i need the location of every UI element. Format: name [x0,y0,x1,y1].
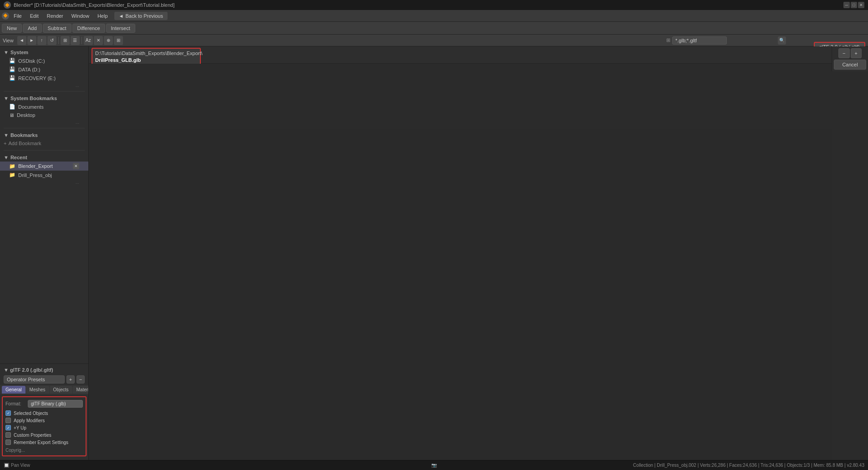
gltf-section: ▼ glTF 2.0 (.glb/.gltf) Operator Presets… [0,364,88,460]
sidebar-item-documents[interactable]: 📄 Documents [0,102,88,111]
system-section-label: System [10,50,28,55]
recent-item-blender-export[interactable]: 📁 Blender_Export ✕ [0,162,88,171]
sidebar: ▼ System 💾 OSDisk (C:) 💾 DATA (D:) 💾 REC… [0,46,89,460]
forward-dir-icon[interactable]: ► [27,36,36,45]
status-bar: 🔲 Pan View 📷 Collection | Drill_Press_ob… [0,460,868,470]
apply-modifiers-checkbox[interactable] [5,418,11,423]
status-right: Collection | Drill_Press_obj.002 | Verts… [633,463,864,468]
file-browser-grid [89,64,832,460]
path-filename: DrillPress_GLB.glb [95,57,197,64]
filter-search-icon: ⊞ [666,37,670,43]
bookmarks-section-header[interactable]: ▼ Bookmarks [0,131,88,139]
y-up-checkbox[interactable] [5,425,11,430]
viewport-icon: 📷 [431,463,437,468]
selected-objects-checkbox[interactable] [5,410,11,416]
tab-general[interactable]: General [2,386,26,394]
sort-alpha-icon[interactable]: Az [84,36,93,45]
menu-file[interactable]: File [10,12,26,20]
folder-icon: 📁 [9,163,15,169]
gltf-section-title: ▼ glTF 2.0 (.glb/.gltf) [0,366,88,374]
difference-button[interactable]: Difference [72,24,105,33]
menu-window[interactable]: Window [68,12,93,20]
back-to-previous-button[interactable]: ◄ Back to Previous [114,12,168,20]
cancel-button[interactable]: Cancel [834,60,866,70]
tab-objects[interactable]: Objects [50,386,72,394]
toolbar2-separator [58,37,59,44]
apply-modifiers-label: Apply Modifiers [14,418,45,423]
add-bookmark-label: Add Bookmark [8,141,41,146]
remember-export-checkbox[interactable] [5,440,11,445]
recent-section: ▼ Recent 📁 Blender_Export ✕ 📁 Drill_Pres… [0,152,88,187]
drive-icon: 💾 [9,66,15,72]
filter-icon[interactable]: ⊕ [104,36,113,45]
window-title: Blender* [D:\Tutorials\DataSmith_Exports… [14,2,174,8]
tab-materials[interactable]: Materi... [73,386,89,394]
desktop-label: Desktop [17,112,35,118]
system-section: ▼ System 💾 OSDisk (C:) 💾 DATA (D:) 💾 REC… [0,46,88,90]
recent-item-drillpress[interactable]: 📁 Drill_Press_obj [0,171,88,179]
refresh-icon[interactable]: ↺ [47,36,56,45]
extra-options-icon[interactable]: ⊞ [114,36,123,45]
preset-remove-button[interactable]: − [77,375,85,384]
new-button[interactable]: New [2,24,22,33]
plus-icon: + [4,141,6,146]
sidebar-item-recovery[interactable]: 💾 RECOVERY (E:) [0,74,88,82]
system-section-header[interactable]: ▼ System [0,48,88,56]
title-bar-controls: ─ □ ✕ [843,2,864,8]
bookmarks-section: ▼ Bookmarks + Add Bookmark [0,129,88,149]
view-label: View [3,38,14,43]
y-up-label: +Y Up [14,425,26,430]
search-icon[interactable]: 🔍 [778,36,786,45]
recent-blender-export-label: Blender_Export [18,163,70,169]
data-label: DATA (D:) [18,67,40,72]
recent-section-header[interactable]: ▼ Recent [0,153,88,162]
menu-edit[interactable]: Edit [26,12,42,20]
bookmarks-collapse-icon: ▼ [4,96,9,101]
tab-meshes[interactable]: Meshes [26,386,49,394]
custom-properties-checkbox[interactable] [5,432,11,438]
documents-label: Documents [18,104,44,110]
back-dir-icon[interactable]: ◄ [17,36,26,45]
preset-add-button[interactable]: + [66,375,75,384]
system-bookmarks-section: ▼ System Bookmarks 📄 Documents 🖥 Desktop… [0,92,88,127]
plus-button[interactable]: + [851,48,862,58]
maximize-button[interactable]: □ [851,2,857,8]
blender-logo-menu[interactable]: 🔶 [2,12,9,20]
custom-properties-row: Custom Properties [5,431,83,439]
list-view-icon[interactable]: ☰ [71,36,80,45]
back-arrow-icon: ◄ [119,13,124,19]
recovery-label: RECOVERY (E:) [18,76,56,81]
copyright-label: Copyrig... [5,448,25,453]
minimize-button[interactable]: ─ [843,2,850,8]
filter-input[interactable] [672,36,727,45]
subtract-button[interactable]: Subtract [43,24,71,33]
intersect-button[interactable]: Intersect [106,24,135,33]
show-hidden-icon[interactable]: ✕ [94,36,103,45]
operator-presets-dropdown[interactable]: Operator Presets [4,375,65,384]
osdisk-label: OSDisk (C:) [18,58,45,64]
parent-dir-icon[interactable]: ↑ [37,36,46,45]
toolbar2-separator2 [82,37,82,44]
remove-recent-icon[interactable]: ✕ [73,163,79,169]
recent-collapse-icon: ▼ [4,155,9,160]
add-button[interactable]: Add [23,24,42,33]
sidebar-item-desktop[interactable]: 🖥 Desktop [0,111,88,119]
system-bookmarks-header[interactable]: ▼ System Bookmarks [0,94,88,102]
title-bar: 🔶 Blender* [D:\Tutorials\DataSmith_Expor… [0,0,868,10]
menu-help[interactable]: Help [94,12,112,20]
status-left: 🔲 Pan View [4,463,30,468]
divider3 [4,150,85,151]
status-info: Collection | Drill_Press_obj.002 | Verts… [633,463,864,468]
format-dropdown[interactable]: glTF Binary (.glb) [28,400,83,408]
menu-render[interactable]: Render [43,12,67,20]
sidebar-item-data[interactable]: 💾 DATA (D:) [0,65,88,74]
minus-button[interactable]: − [838,48,849,58]
desktop-icon: 🖥 [9,112,14,118]
pan-view-label: Pan View [11,463,30,468]
title-bar-left: 🔶 Blender* [D:\Tutorials\DataSmith_Expor… [4,1,174,9]
add-bookmark-button[interactable]: + Add Bookmark [0,139,88,147]
close-button[interactable]: ✕ [858,2,864,8]
selected-objects-row: Selected Objects [5,409,83,417]
sidebar-item-osdisk[interactable]: 💾 OSDisk (C:) [0,56,88,65]
grid-view-icon[interactable]: ⊞ [61,36,70,45]
